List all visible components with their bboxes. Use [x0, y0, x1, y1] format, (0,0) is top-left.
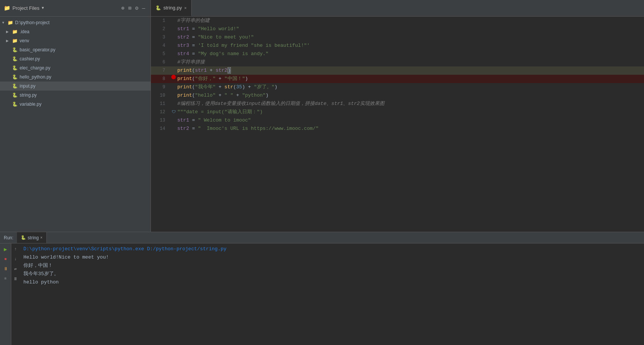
tab-label: string.py [163, 5, 182, 11]
output-line-5: hello python [23, 278, 640, 286]
line-num-9: 9 [151, 83, 170, 91]
sort-icon: ≣ [14, 276, 17, 281]
sidebar-item-input[interactable]: 🐍 input.py [0, 82, 151, 91]
sidebar-item-idea[interactable]: ▶ 📁 .idea [0, 27, 151, 36]
idea-expand-icon: ▶ [6, 30, 12, 34]
scroll-down-button[interactable]: ↓ [11, 255, 20, 263]
bottom-content: ▶ ■ ⏸ ≡ ↑ ↓ ⇌ ≣ [0, 243, 644, 345]
root-expand-icon: ▼ [2, 21, 8, 25]
code-line-2: 2 str1 = "Hello world!" [151, 25, 644, 33]
code-content-8: print("你好，" + "中国！") [177, 75, 644, 83]
output-line-4: 我今年35岁了。 [23, 270, 640, 278]
idea-folder-icon: 📁 [12, 29, 19, 34]
elec-file-icon: 🐍 [12, 65, 19, 71]
code-line-7: 7 print(str1 + str2) [151, 66, 644, 75]
tree-root[interactable]: ▼ 📁 D:\python-project [0, 18, 151, 27]
breakpoint-dot-8[interactable] [171, 75, 176, 79]
pause-button[interactable]: ⏸ [2, 265, 10, 273]
sidebar-item-hello-python[interactable]: 🐍 hello_python.py [0, 72, 151, 82]
root-label: D:\python-project [15, 20, 49, 25]
bottom-tabs: Run: 🐍 string × [0, 232, 644, 243]
string-file-icon: 🐍 [12, 92, 19, 98]
down-icon: ↓ [14, 257, 17, 261]
code-line-11: 11 #编程练习，使用date变量接收input函数输入的日期值，拼接date、… [151, 100, 644, 108]
code-content-6: #字符串拼接 [177, 58, 644, 66]
sidebar-item-variable[interactable]: 🐍 variable.py [0, 100, 151, 109]
code-content-11: #编程练习，使用date变量接收input函数输入的日期值，拼接date、str… [177, 100, 644, 108]
breakpoint-area-12[interactable]: 🛡 [170, 108, 177, 116]
line-num-8: 8 [151, 75, 170, 83]
tab-file-icon: 🐍 [155, 5, 161, 11]
wrap-button[interactable]: ⇌ [11, 265, 20, 273]
run-controls: ▶ ■ ⏸ ≡ [0, 243, 11, 345]
project-files-title: Project Files [12, 5, 40, 11]
code-content-12: """date = input("请输入日期：") [177, 108, 644, 116]
line-num-3: 3 [151, 33, 170, 42]
input-label: input.py [20, 83, 35, 89]
pause-icon: ⏸ [3, 266, 8, 272]
tab-string-py[interactable]: 🐍 string.py × [151, 0, 192, 16]
sidebar-item-cashier[interactable]: 🐍 cashier.py [0, 54, 151, 63]
code-line-6: 6 #字符串拼接 [151, 58, 644, 66]
up-icon: ↑ [14, 247, 17, 251]
stop-button[interactable]: ■ [2, 255, 10, 263]
run-tab-close[interactable]: × [40, 236, 43, 240]
file-tree-sidebar: ▼ 📁 D:\python-project ▶ 📁 .idea ▶ 📁 venv… [0, 17, 151, 232]
project-folder-icon: 📁 [4, 5, 10, 11]
line-num-13: 13 [151, 116, 170, 125]
output-line-2: Hello world!Nice to meet you! [23, 253, 640, 262]
code-content-7: print(str1 + str2) [177, 66, 644, 75]
line-num-5: 5 [151, 50, 170, 58]
project-files-chevron[interactable]: ▼ [42, 6, 44, 10]
bottom-panel: Run: 🐍 string × ▶ ■ ⏸ ≡ ↑ [0, 232, 644, 345]
code-line-8: 8 print("你好，" + "中国！") [151, 75, 644, 83]
hello-file-icon: 🐍 [12, 74, 19, 80]
run-label: Run: [0, 235, 17, 240]
code-line-1: 1 #字符串的创建 [151, 17, 644, 25]
minimize-icon[interactable]: — [142, 5, 145, 11]
run-tab-string[interactable]: 🐍 string × [17, 232, 46, 243]
idea-label: .idea [20, 29, 29, 34]
code-line-12: 12 🛡 """date = input("请输入日期：") [151, 108, 644, 116]
code-editor[interactable]: 1 #字符串的创建 2 str1 = "Hello world!" 3 str2… [151, 17, 644, 232]
sidebar-item-elec-charge[interactable]: 🐍 elec_charge.py [0, 63, 151, 72]
line-num-10: 10 [151, 91, 170, 100]
settings-icon[interactable]: ⚙ [135, 5, 138, 11]
breakpoint-area-8[interactable] [170, 75, 177, 79]
top-bar: 📁 Project Files ▼ ⊕ ⊞ ⚙ — 🐍 string.py × [0, 0, 644, 17]
project-header-icons: ⊕ ⊞ ⚙ — [121, 5, 147, 11]
split-icon[interactable]: ⊞ [128, 5, 131, 11]
venv-label: venv [20, 38, 29, 43]
basic-op-file-icon: 🐍 [12, 47, 19, 52]
scroll-to-end-button[interactable]: ≡ [2, 274, 10, 283]
venv-expand-icon: ▶ [6, 39, 12, 43]
scroll-up-button[interactable]: ↑ [11, 245, 20, 253]
code-content-14: str2 = " Imooc's URL is https://www.imoo… [177, 125, 644, 133]
main-content: ▼ 📁 D:\python-project ▶ 📁 .idea ▶ 📁 venv… [0, 17, 644, 232]
line-num-6: 6 [151, 58, 170, 66]
elec-label: elec_charge.py [20, 65, 50, 71]
play-button[interactable]: ▶ [2, 245, 10, 253]
tab-close-button[interactable]: × [184, 6, 186, 10]
locate-icon[interactable]: ⊕ [121, 5, 124, 11]
sidebar-item-basic-operator[interactable]: 🐍 basic_operator.py [0, 45, 151, 54]
code-line-3: 3 str2 = "Nice to meet you!" [151, 33, 644, 42]
cashier-label: cashier.py [20, 56, 40, 62]
scroll-end-icon: ≡ [4, 277, 6, 281]
sidebar-item-string[interactable]: 🐍 string.py [0, 91, 151, 100]
output-line-1: D:\python-project\venv\Scripts\python.ex… [23, 245, 640, 253]
code-content-10: print("hello" + " " + "python") [177, 91, 644, 100]
line-num-2: 2 [151, 25, 170, 33]
sidebar-item-venv[interactable]: ▶ 📁 venv [0, 36, 151, 45]
run-output: D:\python-project\venv\Scripts\python.ex… [20, 243, 644, 345]
tab-area: 🐍 string.py × [151, 0, 644, 16]
shield-icon-12: 🛡 [172, 108, 176, 116]
code-line-10: 10 print("hello" + " " + "python") [151, 91, 644, 100]
play-icon: ▶ [4, 246, 7, 253]
basic-op-label: basic_operator.py [20, 47, 55, 52]
variable-label: variable.py [20, 102, 41, 107]
code-line-9: 9 print("我今年" + str(35) + "岁了。") [151, 83, 644, 91]
code-content-2: str1 = "Hello world!" [177, 25, 644, 33]
sort-button[interactable]: ≣ [11, 274, 20, 283]
code-content-5: str4 = "My dog's name is andy." [177, 50, 644, 58]
